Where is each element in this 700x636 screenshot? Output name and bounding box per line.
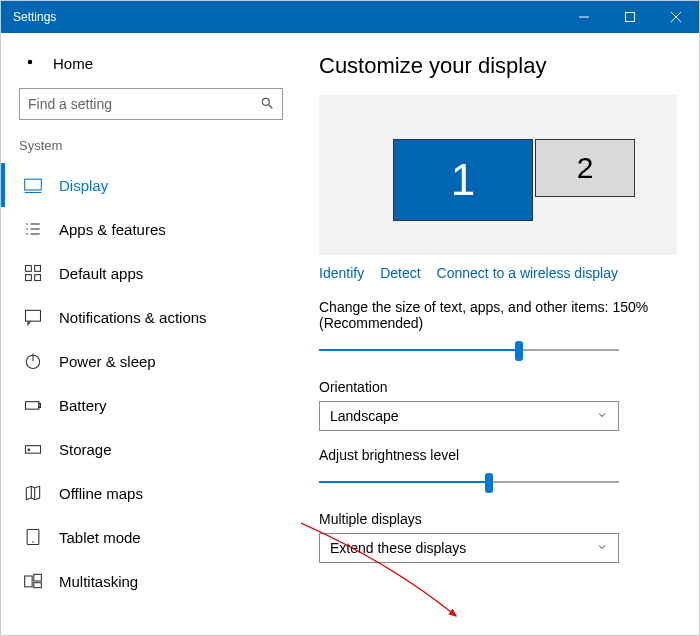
power-icon xyxy=(23,351,43,371)
sidebar-item-display[interactable]: Display xyxy=(1,163,301,207)
sidebar-item-label: Multitasking xyxy=(59,573,138,590)
svg-rect-7 xyxy=(25,179,42,190)
sidebar-item-label: Battery xyxy=(59,397,107,414)
multiple-displays-value: Extend these displays xyxy=(330,540,466,556)
display-preview[interactable]: 1 2 xyxy=(319,95,677,255)
gear-icon xyxy=(21,53,39,74)
storage-icon xyxy=(23,439,43,459)
sidebar-item-label: Offline maps xyxy=(59,485,143,502)
search-placeholder: Find a setting xyxy=(28,96,112,112)
home-label: Home xyxy=(53,55,93,72)
sidebar-item-default-apps[interactable]: Default apps xyxy=(1,251,301,295)
list-icon xyxy=(23,219,43,239)
multiple-displays-label: Multiple displays xyxy=(319,511,677,527)
sidebar-item-power[interactable]: Power & sleep xyxy=(1,339,301,383)
brightness-label: Adjust brightness level xyxy=(319,447,677,463)
wireless-display-link[interactable]: Connect to a wireless display xyxy=(437,265,618,281)
sidebar-item-tablet[interactable]: Tablet mode xyxy=(1,515,301,559)
maps-icon xyxy=(23,483,43,503)
svg-line-6 xyxy=(269,104,273,108)
search-icon xyxy=(260,96,274,113)
orientation-select[interactable]: Landscape xyxy=(319,401,619,431)
chevron-down-icon xyxy=(596,408,608,424)
sidebar-item-multitasking[interactable]: Multitasking xyxy=(1,559,301,603)
close-button[interactable] xyxy=(653,1,699,33)
sidebar-item-battery[interactable]: Battery xyxy=(1,383,301,427)
monitor-2[interactable]: 2 xyxy=(535,139,635,197)
sidebar-item-label: Power & sleep xyxy=(59,353,156,370)
maximize-button[interactable] xyxy=(607,1,653,33)
identify-link[interactable]: Identify xyxy=(319,265,364,281)
scale-slider[interactable] xyxy=(319,337,677,365)
sidebar-item-label: Notifications & actions xyxy=(59,309,207,326)
chevron-down-icon xyxy=(596,540,608,556)
search-input[interactable]: Find a setting xyxy=(19,88,283,120)
svg-point-4 xyxy=(28,60,33,65)
notifications-icon xyxy=(23,307,43,327)
window-title: Settings xyxy=(13,10,56,24)
page-title: Customize your display xyxy=(319,53,677,79)
svg-rect-23 xyxy=(39,403,41,407)
sidebar: Home Find a setting System Display Apps … xyxy=(1,33,301,635)
svg-rect-16 xyxy=(35,266,41,272)
sidebar-item-maps[interactable]: Offline maps xyxy=(1,471,301,515)
default-apps-icon xyxy=(23,263,43,283)
home-button[interactable]: Home xyxy=(1,45,301,88)
multiple-displays-select[interactable]: Extend these displays xyxy=(319,533,619,563)
title-bar: Settings xyxy=(1,1,699,33)
svg-rect-31 xyxy=(34,574,42,581)
multitasking-icon xyxy=(23,571,43,591)
sidebar-item-label: Display xyxy=(59,177,108,194)
main-panel: Customize your display 1 2 Identify Dete… xyxy=(301,33,699,635)
svg-point-5 xyxy=(262,98,269,105)
minimize-button[interactable] xyxy=(561,1,607,33)
sidebar-item-storage[interactable]: Storage xyxy=(1,427,301,471)
svg-rect-15 xyxy=(26,266,32,272)
svg-rect-17 xyxy=(26,275,32,281)
svg-rect-32 xyxy=(34,583,42,588)
detect-link[interactable]: Detect xyxy=(380,265,420,281)
svg-rect-1 xyxy=(626,13,635,22)
tablet-icon xyxy=(23,527,43,547)
brightness-slider[interactable] xyxy=(319,469,677,497)
svg-rect-30 xyxy=(25,576,33,587)
sidebar-item-notifications[interactable]: Notifications & actions xyxy=(1,295,301,339)
display-icon xyxy=(23,175,43,195)
monitor-1[interactable]: 1 xyxy=(393,139,533,221)
sidebar-item-label: Storage xyxy=(59,441,112,458)
svg-rect-18 xyxy=(35,275,41,281)
svg-rect-22 xyxy=(26,402,39,410)
annotation-arrow xyxy=(301,513,481,635)
svg-rect-19 xyxy=(26,310,41,321)
orientation-label: Orientation xyxy=(319,379,677,395)
battery-icon xyxy=(23,395,43,415)
svg-point-25 xyxy=(28,449,30,451)
sidebar-item-label: Apps & features xyxy=(59,221,166,238)
scale-label: Change the size of text, apps, and other… xyxy=(319,299,677,331)
section-label: System xyxy=(1,134,301,163)
sidebar-item-label: Default apps xyxy=(59,265,143,282)
sidebar-item-label: Tablet mode xyxy=(59,529,141,546)
sidebar-item-apps[interactable]: Apps & features xyxy=(1,207,301,251)
orientation-value: Landscape xyxy=(330,408,399,424)
